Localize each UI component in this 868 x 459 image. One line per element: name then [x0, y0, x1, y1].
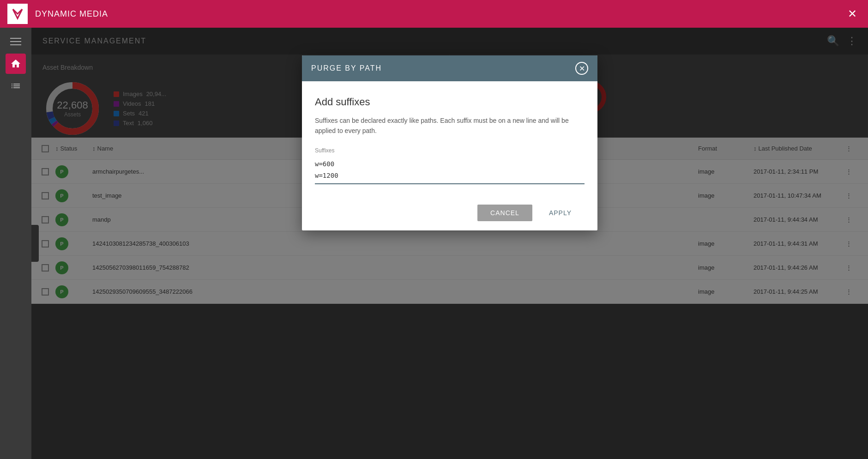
- close-icon[interactable]: ✕: [844, 4, 861, 24]
- svg-rect-1: [10, 41, 21, 42]
- modal-close-button[interactable]: ✕: [575, 62, 588, 75]
- svg-rect-0: [10, 38, 21, 39]
- content-area: SERVICE MANAGEMENT 🔍 ⋮ Asset Breakdown: [31, 28, 868, 459]
- svg-rect-2: [10, 44, 21, 45]
- app-logo: [7, 4, 28, 24]
- modal-description: Suffixes can be declared exactly like pa…: [315, 115, 585, 136]
- app-title: DYNAMIC MEDIA: [35, 9, 844, 19]
- modal-title: PURGE BY PATH: [311, 64, 382, 72]
- apply-button[interactable]: APPLY: [536, 205, 585, 221]
- modal-header: PURGE BY PATH ✕: [302, 55, 597, 81]
- modal-overlay: PURGE BY PATH ✕ Add suffixes Suffixes ca…: [31, 28, 868, 459]
- suffixes-input[interactable]: w=600 w=1200: [315, 157, 585, 184]
- modal-actions: CANCEL APPLY: [302, 197, 597, 230]
- top-bar: DYNAMIC MEDIA ✕: [0, 0, 868, 28]
- modal-body: Add suffixes Suffixes can be declared ex…: [302, 81, 597, 197]
- modal-section-title: Add suffixes: [315, 96, 585, 108]
- purge-by-path-modal: PURGE BY PATH ✕ Add suffixes Suffixes ca…: [302, 55, 597, 230]
- cancel-button[interactable]: CANCEL: [477, 205, 532, 221]
- sidebar: [0, 28, 31, 459]
- sidebar-home-icon[interactable]: [6, 54, 26, 74]
- sidebar-menu-icon[interactable]: [6, 31, 26, 52]
- sidebar-list-icon[interactable]: [6, 76, 26, 96]
- suffixes-field-label: Suffixes: [315, 147, 585, 154]
